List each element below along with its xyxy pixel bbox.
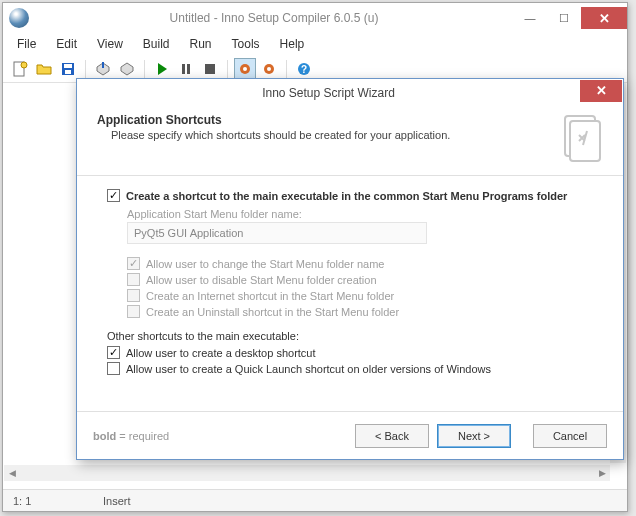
dialog-heading: Application Shortcuts: [97, 113, 551, 127]
window-title: Untitled - Inno Setup Compiler 6.0.5 (u): [35, 11, 513, 25]
insert-mode: Insert: [103, 495, 131, 507]
next-button[interactable]: Next >: [437, 424, 511, 448]
svg-rect-3: [64, 64, 72, 68]
label-desktop-shortcut: Allow user to create a desktop shortcut: [126, 347, 316, 359]
close-button[interactable]: ✕: [581, 7, 627, 29]
svg-point-11: [267, 67, 271, 71]
startmenu-folder-input[interactable]: [127, 222, 427, 244]
run-icon[interactable]: [151, 58, 173, 80]
wizard-dialog: Inno Setup Script Wizard ✕ Application S…: [76, 78, 624, 460]
checkbox-allow-disable: [127, 273, 140, 286]
dialog-title: Inno Setup Script Wizard: [77, 86, 580, 100]
dialog-subheading: Please specify which shortcuts should be…: [111, 129, 551, 141]
menu-tools[interactable]: Tools: [224, 35, 268, 53]
checkbox-create-startmenu[interactable]: [107, 189, 120, 202]
label-quicklaunch-shortcut: Allow user to create a Quick Launch shor…: [126, 363, 491, 375]
new-icon[interactable]: [9, 58, 31, 80]
label-allow-disable: Allow user to disable Start Menu folder …: [146, 274, 377, 286]
compile-icon[interactable]: [92, 58, 114, 80]
menu-run[interactable]: Run: [182, 35, 220, 53]
label-other-shortcuts: Other shortcuts to the main executable:: [107, 330, 593, 342]
dialog-titlebar: Inno Setup Script Wizard ✕: [77, 79, 623, 107]
scroll-right-icon[interactable]: ▶: [594, 465, 610, 481]
gear2-icon[interactable]: [258, 58, 280, 80]
back-button[interactable]: < Back: [355, 424, 429, 448]
gear1-icon[interactable]: [234, 58, 256, 80]
checkbox-quicklaunch-shortcut[interactable]: [107, 362, 120, 375]
help-icon[interactable]: ?: [293, 58, 315, 80]
app-icon: [9, 8, 29, 28]
scroll-left-icon[interactable]: ◀: [4, 465, 20, 481]
svg-rect-4: [65, 70, 71, 74]
menu-help[interactable]: Help: [272, 35, 313, 53]
dialog-header: Application Shortcuts Please specify whi…: [77, 107, 623, 175]
titlebar: Untitled - Inno Setup Compiler 6.0.5 (u)…: [3, 3, 627, 33]
svg-rect-6: [187, 64, 190, 74]
maximize-button[interactable]: ☐: [547, 7, 581, 29]
caret-position: 1: 1: [13, 495, 73, 507]
checkbox-internet-shortcut: [127, 289, 140, 302]
svg-rect-5: [182, 64, 185, 74]
required-hint: bold = required: [93, 430, 169, 442]
menu-edit[interactable]: Edit: [48, 35, 85, 53]
minimize-button[interactable]: —: [513, 7, 547, 29]
pause-icon[interactable]: [175, 58, 197, 80]
compile2-icon[interactable]: [116, 58, 138, 80]
svg-text:?: ?: [301, 64, 307, 75]
label-create-startmenu: Create a shortcut to the main executable…: [126, 190, 567, 202]
label-folder-name: Application Start Menu folder name:: [127, 208, 593, 220]
svg-point-9: [243, 67, 247, 71]
label-allow-change: Allow user to change the Start Menu fold…: [146, 258, 384, 270]
stop-icon[interactable]: [199, 58, 221, 80]
cancel-button[interactable]: Cancel: [533, 424, 607, 448]
svg-point-1: [21, 62, 27, 68]
menu-file[interactable]: File: [9, 35, 44, 53]
label-internet-shortcut: Create an Internet shortcut in the Start…: [146, 290, 394, 302]
svg-rect-7: [205, 64, 215, 74]
save-icon[interactable]: [57, 58, 79, 80]
dialog-footer: bold = required < Back Next > Cancel: [77, 411, 623, 459]
checkbox-desktop-shortcut[interactable]: [107, 346, 120, 359]
statusbar: 1: 1 Insert: [3, 489, 627, 511]
dialog-body: Create a shortcut to the main executable…: [77, 176, 623, 375]
wizard-icon: [559, 113, 603, 163]
dialog-close-button[interactable]: ✕: [580, 80, 622, 102]
label-uninstall-shortcut: Create an Uninstall shortcut in the Star…: [146, 306, 399, 318]
menu-view[interactable]: View: [89, 35, 131, 53]
menubar: File Edit View Build Run Tools Help: [3, 33, 627, 55]
scrollbar-horizontal[interactable]: ◀ ▶: [4, 465, 610, 481]
checkbox-allow-change: [127, 257, 140, 270]
menu-build[interactable]: Build: [135, 35, 178, 53]
checkbox-uninstall-shortcut: [127, 305, 140, 318]
open-icon[interactable]: [33, 58, 55, 80]
